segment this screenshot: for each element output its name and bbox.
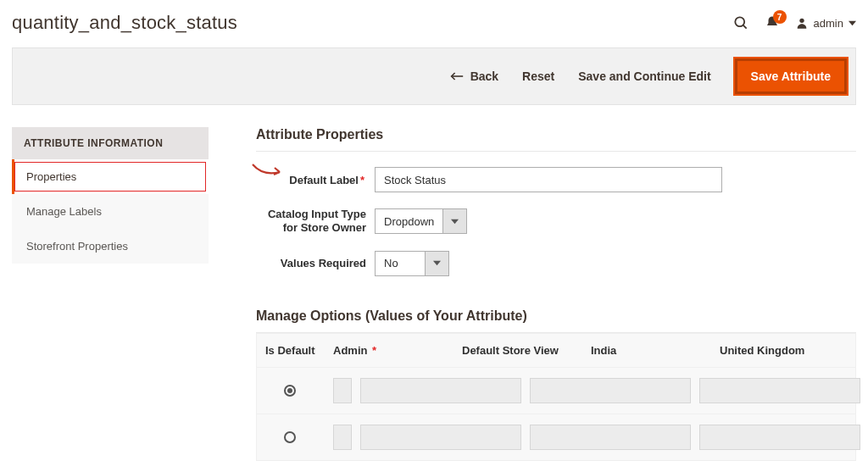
main: Attribute Properties Default Label* Cata… [256, 127, 856, 461]
user-icon [795, 16, 809, 30]
search-icon[interactable] [732, 14, 749, 31]
chevron-down-icon [442, 209, 466, 233]
option-default-store-input[interactable] [360, 378, 521, 403]
sidebar-item-manage-labels[interactable]: Manage Labels [12, 194, 209, 229]
svg-point-0 [735, 17, 744, 26]
save-attribute-button[interactable]: Save Attribute [735, 58, 847, 94]
option-default-store-input[interactable] [360, 425, 521, 450]
options-header: Is Default Admin * Default Store View In… [257, 334, 855, 368]
option-uk-input[interactable] [699, 425, 860, 450]
field-input-type: Catalog Input Type for Store Owner Dropd… [256, 208, 856, 236]
top-actions: 7 admin [732, 14, 856, 31]
chevron-down-icon [425, 252, 448, 275]
action-bar: Back Reset Save and Continue Edit Save A… [12, 47, 856, 105]
admin-label: admin [814, 17, 843, 30]
notifications-badge: 7 [773, 10, 787, 24]
default-label-input[interactable] [375, 167, 722, 192]
required-mark: * [359, 174, 366, 186]
chevron-down-icon [849, 19, 856, 27]
field-default-label: Default Label* [256, 167, 856, 192]
section-attribute-properties: Attribute Properties [256, 127, 856, 152]
save-continue-button[interactable]: Save and Continue Edit [578, 69, 710, 83]
option-row [257, 414, 855, 461]
svg-line-1 [743, 25, 746, 29]
arrow-left-icon [450, 71, 464, 81]
field-values-required: Values Required No [256, 251, 856, 276]
topbar: quantity_and_stock_status 7 admin [12, 8, 856, 44]
option-admin-input[interactable] [333, 378, 352, 403]
notifications-icon[interactable]: 7 [765, 15, 780, 31]
section-manage-options: Manage Options (Values of Your Attribute… [256, 308, 856, 333]
sidebar-heading: ATTRIBUTE INFORMATION [12, 127, 209, 159]
sidebar-item-storefront-properties[interactable]: Storefront Properties [12, 229, 209, 264]
is-default-radio[interactable] [284, 385, 296, 397]
input-type-select[interactable]: Dropdown [375, 208, 467, 234]
option-row [257, 368, 855, 414]
page-title: quantity_and_stock_status [12, 12, 237, 34]
reset-button[interactable]: Reset [522, 69, 554, 83]
option-admin-input[interactable] [333, 425, 352, 450]
sidebar: ATTRIBUTE INFORMATION Properties Manage … [12, 127, 209, 461]
admin-menu[interactable]: admin [795, 16, 856, 30]
values-required-select[interactable]: No [375, 251, 449, 276]
svg-point-2 [799, 19, 804, 23]
back-button[interactable]: Back [450, 69, 498, 83]
option-india-input[interactable] [530, 425, 691, 450]
sidebar-item-properties[interactable]: Properties [12, 159, 209, 194]
option-india-input[interactable] [530, 378, 691, 403]
options-table: Is Default Admin * Default Store View In… [256, 333, 856, 462]
is-default-radio[interactable] [284, 431, 296, 443]
option-uk-input[interactable] [699, 378, 860, 403]
